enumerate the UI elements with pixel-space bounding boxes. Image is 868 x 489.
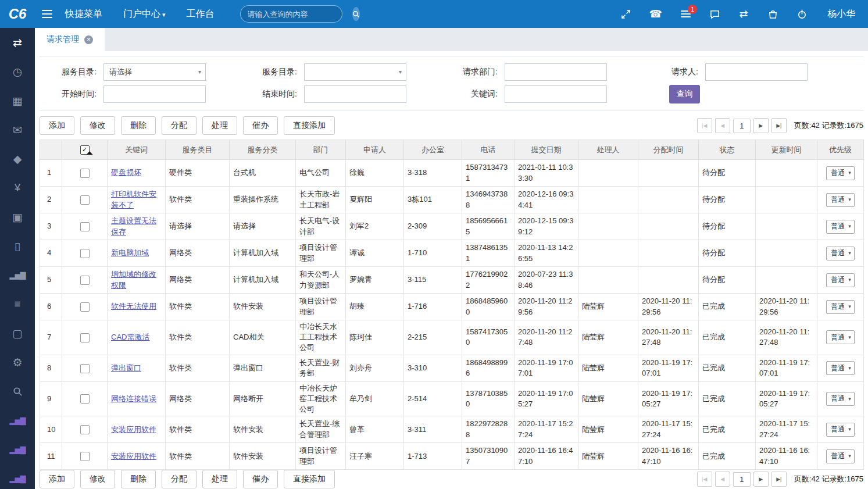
keyword-link[interactable]: 增加域的修改权限 xyxy=(111,270,156,289)
query-button[interactable]: 查询 xyxy=(669,85,700,103)
sidebar-item-apps[interactable]: ▦ xyxy=(0,86,35,115)
pagination-page-input[interactable] xyxy=(733,119,751,133)
sidebar-item-reports[interactable]: ▂▅▇ xyxy=(0,260,35,290)
keyword-link[interactable]: 硬盘损坏 xyxy=(111,168,141,177)
service-catalog-select-1[interactable]: 请选择 ▾ xyxy=(103,63,206,81)
notifications-list-icon[interactable]: 1 xyxy=(680,10,691,17)
direct-add-button[interactable]: 直接添加 xyxy=(284,116,335,135)
sidebar-item-history[interactable]: ◷ xyxy=(0,57,35,86)
sidebar-item-messages[interactable]: ✉ xyxy=(0,115,35,144)
pagination: |◀ ◀ ▶ ▶| 页数:42 记录数:1675 xyxy=(697,472,863,487)
keyword-link[interactable]: 新电脑加域 xyxy=(111,248,149,257)
keyword-link[interactable]: 网络连接错误 xyxy=(111,394,156,403)
priority-select[interactable]: 普通▾ xyxy=(826,166,855,180)
sidebar-item-search[interactable] xyxy=(0,377,35,406)
keyword-link[interactable]: 安装应用软件 xyxy=(111,425,156,434)
assign-button[interactable]: 分配 xyxy=(162,470,197,488)
end-time-input[interactable] xyxy=(304,85,406,103)
select-all-icon[interactable]: ✓ xyxy=(80,145,90,155)
pagination-prev-button[interactable]: ◀ xyxy=(715,118,730,133)
sidebar-item-business[interactable]: ▣ xyxy=(0,202,35,231)
service-catalog-select-2[interactable]: ▾ xyxy=(304,63,406,81)
assign-button[interactable]: 分配 xyxy=(162,116,197,135)
row-checkbox[interactable] xyxy=(80,394,90,404)
nav-quick-menu[interactable]: 快捷菜单 xyxy=(65,8,102,20)
add-button[interactable]: 添加 xyxy=(40,470,74,488)
priority-select[interactable]: 普通▾ xyxy=(826,330,855,344)
sidebar-item-shuffle[interactable]: ⇄ xyxy=(0,28,35,57)
pagination-next-button[interactable]: ▶ xyxy=(753,472,769,487)
priority-select[interactable]: 普通▾ xyxy=(826,220,855,234)
sidebar-item-finance[interactable]: ¥ xyxy=(0,173,35,202)
pagination-prev-button[interactable]: ◀ xyxy=(715,472,730,487)
urge-button[interactable]: 催办 xyxy=(243,470,278,488)
user-name[interactable]: 杨小华 xyxy=(827,8,855,20)
nav-portal-center[interactable]: 门户中心▾ xyxy=(123,8,166,20)
sidebar-item-analytics-3[interactable]: ▂▅▇ xyxy=(0,464,35,489)
keyword-link[interactable]: 弹出窗口 xyxy=(111,363,141,372)
sidebar-item-storage[interactable]: ▢ xyxy=(0,319,35,348)
pagination-first-button[interactable]: |◀ xyxy=(697,472,712,487)
priority-select[interactable]: 普通▾ xyxy=(826,449,855,463)
row-checkbox[interactable] xyxy=(80,425,90,434)
delete-button[interactable]: 删除 xyxy=(121,116,156,135)
power-icon[interactable] xyxy=(796,9,808,19)
process-button[interactable]: 处理 xyxy=(202,116,237,135)
shop-bag-icon[interactable] xyxy=(767,9,778,19)
row-checkbox[interactable] xyxy=(80,169,90,178)
row-checkbox[interactable] xyxy=(80,302,90,312)
modify-button[interactable]: 修改 xyxy=(80,470,115,488)
shuffle-icon[interactable]: ⇄ xyxy=(738,9,749,19)
process-button[interactable]: 处理 xyxy=(202,470,237,488)
app-logo[interactable]: C6 xyxy=(0,6,35,22)
sidebar-item-settings[interactable]: ⚙ xyxy=(0,348,35,377)
row-checkbox[interactable] xyxy=(80,222,90,231)
row-checkbox[interactable] xyxy=(80,364,90,373)
sidebar-item-education[interactable]: ◆ xyxy=(0,144,35,173)
keyword-link[interactable]: 安装应用软件 xyxy=(111,452,156,461)
global-search-input[interactable] xyxy=(241,10,352,19)
priority-select[interactable]: 普通▾ xyxy=(826,300,855,314)
row-checkbox[interactable] xyxy=(80,276,90,285)
row-checkbox[interactable] xyxy=(80,249,90,258)
sidebar-item-mobile[interactable]: ▯ xyxy=(0,231,35,260)
priority-select[interactable]: 普通▾ xyxy=(826,247,855,260)
sidebar-item-tasks[interactable]: ≡ xyxy=(0,290,35,319)
priority-select[interactable]: 普通▾ xyxy=(826,423,855,437)
close-icon[interactable]: ✕ xyxy=(84,35,93,44)
keyword-link[interactable]: 软件无法使用 xyxy=(111,302,156,310)
sidebar-item-analytics-2[interactable]: ▂▅▇ xyxy=(0,435,35,464)
sidebar-item-analytics-1[interactable]: ▂▅▇ xyxy=(0,406,35,435)
priority-select[interactable]: 普通▾ xyxy=(826,273,855,287)
row-checkbox[interactable] xyxy=(80,452,90,461)
pagination-first-button[interactable]: |◀ xyxy=(697,118,712,133)
nav-workbench[interactable]: 工作台 xyxy=(187,8,215,20)
keyword-link[interactable]: 主题设置无法保存 xyxy=(111,216,156,235)
row-checkbox[interactable] xyxy=(80,333,90,342)
keyword-link[interactable]: 打印机软件安装不了 xyxy=(111,190,156,209)
keyword-input[interactable] xyxy=(505,85,607,103)
chat-icon[interactable] xyxy=(709,9,720,19)
keyword-link[interactable]: CAD需激活 xyxy=(111,333,149,341)
delete-button[interactable]: 删除 xyxy=(121,470,156,488)
pagination-last-button[interactable]: ▶| xyxy=(771,118,787,133)
pagination-page-input[interactable] xyxy=(733,472,751,487)
row-checkbox[interactable] xyxy=(80,195,90,205)
search-button[interactable] xyxy=(352,7,360,21)
tab-request-management[interactable]: 请求管理 ✕ xyxy=(35,28,105,51)
priority-select[interactable]: 普通▾ xyxy=(826,392,855,406)
priority-select[interactable]: 普通▾ xyxy=(826,361,855,375)
modify-button[interactable]: 修改 xyxy=(80,116,115,135)
urge-button[interactable]: 催办 xyxy=(243,116,278,135)
direct-add-button[interactable]: 直接添加 xyxy=(284,470,335,488)
pagination-next-button[interactable]: ▶ xyxy=(753,118,769,133)
menu-toggle-icon[interactable] xyxy=(42,10,52,18)
add-button[interactable]: 添加 xyxy=(40,116,74,135)
pagination-last-button[interactable]: ▶| xyxy=(771,472,787,487)
phone-icon[interactable]: ☎ xyxy=(649,9,662,19)
expand-icon[interactable] xyxy=(620,9,632,19)
priority-select[interactable]: 普通▾ xyxy=(826,193,855,207)
start-time-input[interactable] xyxy=(103,85,206,103)
requester-input[interactable] xyxy=(705,63,808,81)
request-department-input[interactable] xyxy=(505,63,607,81)
